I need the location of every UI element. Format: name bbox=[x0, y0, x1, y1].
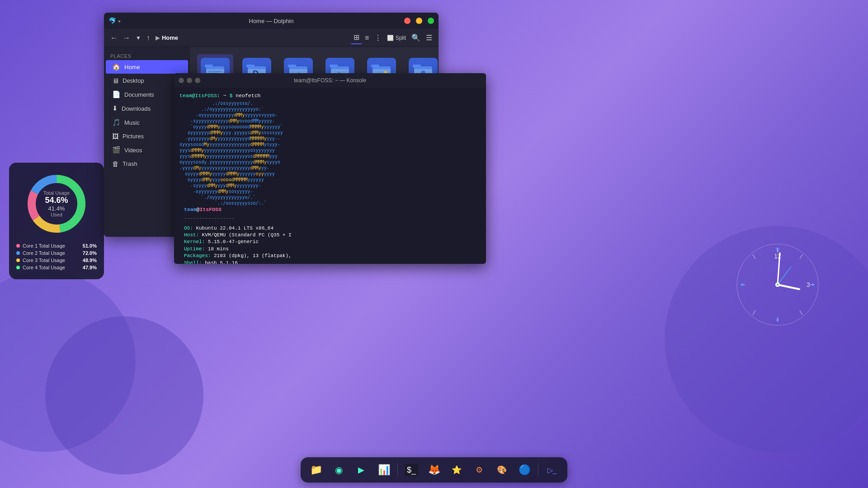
neofetch-art: .:/ossyyyysso/. .:/oyyyyyyyyyyyyyyyyo:` … bbox=[179, 100, 324, 206]
taskbar-browser-alt[interactable]: ◉ bbox=[329, 460, 349, 480]
taskbar-chrome[interactable]: 🔵 bbox=[514, 460, 534, 480]
si-packages: Packages: 2103 (dpkg), 13 (flatpak), bbox=[184, 253, 338, 259]
terminal2-icon: ▷_ bbox=[547, 466, 557, 474]
core2-value: 72.0% bbox=[83, 250, 97, 256]
taskbar-terminal[interactable]: $_ bbox=[401, 460, 421, 480]
downloads-sidebar-icon: ⬇ bbox=[112, 104, 118, 113]
konsole-separator: ----------------- bbox=[184, 215, 338, 222]
taskbar-settings[interactable]: ⚙ bbox=[469, 460, 489, 480]
konsole-at: @ bbox=[197, 206, 200, 212]
svg-rect-29 bbox=[413, 65, 421, 67]
sidebar-music-label: Music bbox=[124, 119, 140, 126]
cpu-sub-value: 41.4% bbox=[43, 205, 70, 212]
si-host: Host: KVM/QEMU (Standard PC (Q35 + I bbox=[184, 232, 338, 239]
taskbar-media[interactable]: ▶ bbox=[351, 460, 371, 480]
search-button[interactable]: 🔍 bbox=[409, 32, 423, 44]
sidebar-videos-label: Videos bbox=[124, 147, 142, 154]
konsole-prompt-line: team@ItsFOSS: ~ $ neofetch bbox=[179, 92, 324, 99]
konsole-right-panel: team@ItsFOSS ----------------- OS: Kubun… bbox=[179, 206, 338, 264]
forward-button[interactable]: → bbox=[120, 32, 133, 44]
core1-value: 51.0% bbox=[83, 243, 97, 249]
si-kernel: Kernel: 5.15.0-47-generic bbox=[184, 239, 338, 245]
sidebar-downloads-label: Downloads bbox=[122, 105, 151, 112]
home-icon: 🏠 bbox=[112, 63, 121, 71]
dolphin-app-icon: 🐬 bbox=[108, 17, 116, 24]
documents-icon: 📄 bbox=[112, 90, 121, 99]
menu-button[interactable]: ☰ bbox=[423, 32, 435, 44]
firefox-icon: 🦊 bbox=[428, 464, 440, 476]
konsole-user-display: team@ItsFOSS bbox=[184, 206, 338, 213]
close-button[interactable] bbox=[404, 18, 410, 24]
music-icon: 🎵 bbox=[112, 118, 121, 127]
core3-label: Core 3 Total Usage bbox=[23, 258, 83, 263]
files-icon: 📁 bbox=[310, 464, 322, 476]
taskbar-paint[interactable]: 🎨 bbox=[492, 460, 512, 480]
clock-widget: 12 3 bbox=[732, 239, 823, 330]
discover-icon: ⭐ bbox=[452, 465, 462, 475]
svg-line-35 bbox=[800, 310, 802, 315]
sidebar-item-home[interactable]: 🏠 Home bbox=[106, 60, 188, 74]
core2-label: Core 2 Total Usage bbox=[23, 250, 83, 256]
minimize-button[interactable] bbox=[416, 18, 422, 24]
core3-value: 48.9% bbox=[83, 258, 97, 263]
konsole-ctrl-1 bbox=[179, 78, 184, 83]
taskbar: 📁 ◉ ▶ 📊 $_ 🦊 ⭐ ⚙ 🎨 🔵 ▷_ bbox=[301, 457, 567, 483]
core4-value: 47.9% bbox=[83, 265, 97, 270]
core3-indicator bbox=[16, 258, 20, 262]
titlebar-buttons bbox=[404, 18, 434, 24]
back-button[interactable]: ← bbox=[108, 32, 120, 44]
terminal-icon: $_ bbox=[405, 464, 418, 476]
monitor-icon: 📊 bbox=[378, 464, 390, 476]
cpu-donut-chart: Total Usage 54.6% 41.4% Used bbox=[23, 170, 90, 238]
view-compact-button[interactable]: ⋮ bbox=[372, 32, 384, 44]
svg-line-48 bbox=[778, 267, 791, 285]
sidebar-home-label: Home bbox=[124, 64, 140, 70]
si-os: OS: Kubuntu 22.04.1 LTS x86_64 bbox=[184, 225, 338, 232]
taskbar-firefox[interactable]: 🦊 bbox=[424, 460, 444, 480]
konsole-body[interactable]: team@ItsFOSS: ~ $ neofetch .:/ossyyyysso… bbox=[174, 88, 486, 264]
up-button[interactable]: ↑ bbox=[144, 32, 153, 44]
svg-point-50 bbox=[777, 284, 778, 286]
maximize-button[interactable] bbox=[428, 18, 434, 24]
svg-rect-7 bbox=[205, 65, 213, 67]
konsole-titlebar: team@ItsFOSS: ~ — Konsole bbox=[174, 73, 486, 88]
svg-point-42 bbox=[776, 319, 779, 321]
core1-label: Core 1 Total Usage bbox=[23, 243, 83, 249]
view-icons-button[interactable]: ⊞ bbox=[351, 31, 362, 44]
sidebar-desktop-label: Desktop bbox=[123, 77, 144, 84]
taskbar-discover[interactable]: ⭐ bbox=[447, 460, 467, 480]
svg-point-43 bbox=[741, 283, 744, 286]
taskbar-terminal2[interactable]: ▷_ bbox=[542, 460, 562, 480]
cpu-widget: Total Usage 54.6% 41.4% Used Core 1 Tota… bbox=[9, 163, 104, 279]
core4-indicator bbox=[16, 266, 20, 269]
places-header: Places bbox=[104, 51, 190, 60]
breadcrumb: ▶ Home bbox=[153, 34, 351, 41]
cpu-cores-list: Core 1 Total Usage 51.0% Core 2 Total Us… bbox=[16, 243, 97, 270]
view-list-button[interactable]: ≡ bbox=[362, 32, 372, 44]
bg-decoration-2 bbox=[45, 316, 203, 474]
taskbar-monitor[interactable]: 📊 bbox=[374, 460, 394, 480]
si-uptime: Uptime: 18 mins bbox=[184, 246, 338, 253]
sidebar-pictures-label: Pictures bbox=[123, 133, 144, 140]
split-button[interactable]: ⬜ Split bbox=[384, 33, 409, 43]
svg-rect-20 bbox=[330, 65, 338, 67]
cpu-used-label: Used bbox=[43, 212, 70, 217]
taskbar-files[interactable]: 📁 bbox=[306, 460, 326, 480]
clock-face: 12 3 bbox=[732, 239, 823, 330]
konsole-window[interactable]: team@ItsFOSS: ~ — Konsole team@ItsFOSS: … bbox=[174, 73, 486, 264]
chrome-icon: 🔵 bbox=[519, 464, 531, 476]
desktop-icon: 🖥 bbox=[112, 77, 119, 84]
cpu-center-info: Total Usage 54.6% 41.4% Used bbox=[43, 190, 70, 217]
trash-icon: 🗑 bbox=[112, 160, 119, 168]
cpu-core-3: Core 3 Total Usage 48.9% bbox=[16, 258, 97, 263]
konsole-left-panel: team@ItsFOSS: ~ $ neofetch .:/ossyyyysso… bbox=[179, 92, 324, 206]
breadcrumb-home: Home bbox=[162, 34, 178, 41]
breadcrumb-arrow: ▶ bbox=[156, 34, 160, 41]
taskbar-separator-2 bbox=[538, 463, 538, 477]
media-icon: ▶ bbox=[358, 465, 364, 475]
sysinfo-block: OS: Kubuntu 22.04.1 LTS x86_64 Host: KVM… bbox=[184, 225, 338, 264]
history-button[interactable]: ▼ bbox=[133, 33, 144, 43]
paint-icon: 🎨 bbox=[497, 465, 507, 475]
konsole-title: team@ItsFOSS: ~ — Konsole bbox=[294, 77, 366, 84]
konsole-ctrl-2 bbox=[187, 78, 192, 83]
